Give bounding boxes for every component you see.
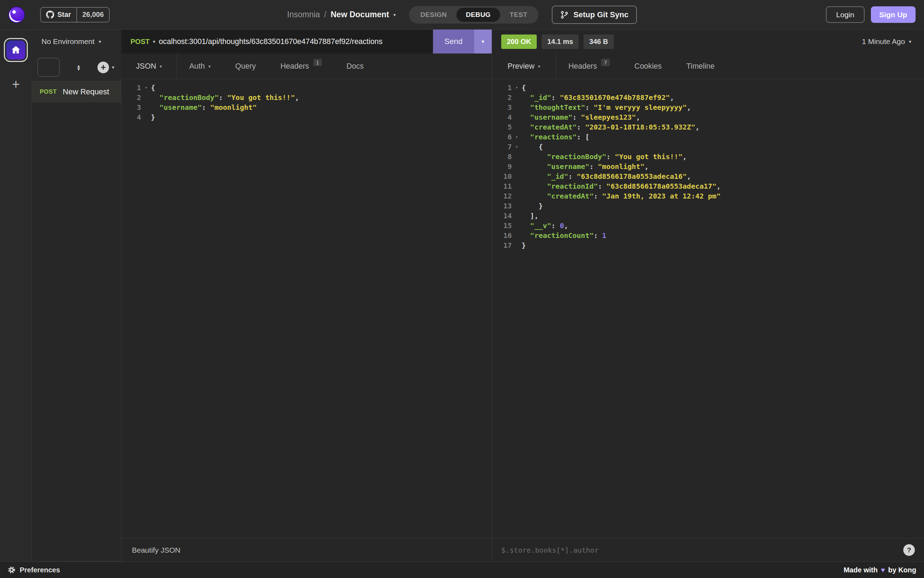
send-options-button[interactable]: ▾ — [474, 29, 492, 54]
fold-spacer — [141, 112, 151, 122]
tab-docs[interactable]: Docs — [334, 54, 376, 79]
chevron-down-icon: ▾ — [393, 12, 396, 17]
code-text: { — [522, 83, 526, 93]
top-bar: Star 26,006 Insomnia / New Document ▾ DE… — [0, 0, 924, 29]
environment-selector[interactable]: No Environment ▾ — [32, 29, 121, 54]
sort-button[interactable]: ▴ ▾ — [78, 64, 80, 70]
tab-query[interactable]: Query — [223, 54, 269, 79]
method-selector[interactable]: POST — [131, 38, 149, 46]
code-text: "createdAt": "Jan 19th, 2023 at 12:42 pm… — [522, 191, 721, 201]
code-line: 1▾{ — [492, 83, 924, 93]
made-with-kong: Made with ♥ by Kong — [843, 566, 916, 574]
tab-preview[interactable]: Preview▾ — [492, 54, 556, 79]
insomnia-logo-icon — [8, 6, 24, 23]
breadcrumb-document: New Document — [331, 10, 389, 19]
code-line[interactable]: 1▾{ — [121, 83, 492, 93]
code-line[interactable]: 2 "reactionBody": "You got this!!", — [121, 93, 492, 102]
request-filter-input[interactable] — [37, 58, 60, 77]
setup-git-sync-button[interactable]: Setup Git Sync — [552, 6, 637, 24]
url-bar: POST ▾ ocalhost:3001/api/thoughts/63c835… — [121, 29, 492, 54]
line-number: 14 — [492, 211, 512, 221]
activity-rail: + — [0, 29, 32, 562]
sidebar: No Environment ▾ ▴ ▾ + ▾ POSTNew Request — [32, 29, 121, 562]
chevron-down-icon: ▾ — [909, 39, 911, 44]
github-star-widget: Star 26,006 — [40, 7, 110, 23]
request-body-editor[interactable]: 1▾{2 "reactionBody": "You got this!!",3 … — [121, 79, 492, 538]
tab-headers[interactable]: Headers7 — [556, 54, 622, 79]
line-number: 1 — [121, 83, 141, 93]
help-icon[interactable]: ? — [903, 544, 915, 556]
status-bar: Preferences Made with ♥ by Kong — [0, 562, 924, 578]
tab-label: Headers — [280, 62, 309, 71]
tab-cookies[interactable]: Cookies — [622, 54, 674, 79]
request-name-label: New Request — [63, 87, 109, 96]
breadcrumb[interactable]: Insomnia / New Document ▾ — [287, 10, 396, 19]
code-line: 10 "_id": "63c8d8566178a0553adeca16", — [492, 171, 924, 181]
fold-caret-icon[interactable]: ▾ — [141, 83, 151, 93]
code-text: "reactionBody": "You got this!!", — [522, 152, 687, 162]
preferences-button[interactable]: Preferences — [8, 566, 60, 574]
response-filter-input[interactable] — [501, 546, 898, 554]
chevron-down-icon: ▾ — [112, 65, 114, 70]
mode-tab-debug[interactable]: DEBUG — [456, 8, 500, 22]
line-number: 8 — [492, 152, 512, 162]
github-icon — [46, 11, 54, 19]
fold-spacer — [512, 152, 522, 162]
code-text: "reactionId": "63c8d8566178a0553adeca17"… — [522, 181, 721, 191]
request-list: POSTNew Request — [32, 81, 121, 562]
signup-button[interactable]: Sign Up — [871, 6, 916, 23]
request-list-item[interactable]: POSTNew Request — [32, 81, 121, 102]
by-kong-text: by Kong — [888, 566, 916, 574]
home-icon — [11, 45, 21, 55]
line-number: 2 — [121, 93, 141, 102]
code-line[interactable]: 4} — [121, 112, 492, 122]
mode-tab-design[interactable]: DESIGN — [411, 8, 456, 22]
add-project-button[interactable]: + — [12, 78, 20, 91]
line-number: 9 — [492, 162, 512, 171]
code-line: 11 "reactionId": "63c8d8566178a0553adeca… — [492, 181, 924, 191]
code-text: { — [522, 142, 543, 152]
fold-spacer — [141, 102, 151, 112]
tab-headers[interactable]: Headers1 — [268, 54, 334, 79]
code-text: "_id": "63c8d8566178a0553adeca16", — [522, 171, 691, 181]
response-tabs: Preview▾Headers7CookiesTimeline — [492, 54, 924, 79]
fold-spacer — [512, 102, 522, 112]
fold-spacer — [512, 231, 522, 240]
tab-json[interactable]: JSON▾ — [121, 54, 177, 79]
request-panel: POST ▾ ocalhost:3001/api/thoughts/63c835… — [121, 29, 492, 562]
code-line: 8 "reactionBody": "You got this!!", — [492, 152, 924, 162]
fold-spacer — [512, 191, 522, 201]
response-history-dropdown[interactable]: 1 Minute Ago ▾ — [862, 37, 911, 46]
line-number: 4 — [492, 112, 512, 122]
code-line: 5 "createdAt": "2023-01-18T18:05:53.932Z… — [492, 122, 924, 132]
code-text: { — [151, 83, 155, 93]
code-text: "__v": 0, — [522, 221, 568, 231]
star-count[interactable]: 26,006 — [76, 8, 109, 22]
fold-caret-icon[interactable]: ▾ — [512, 142, 522, 152]
fold-caret-icon[interactable]: ▾ — [512, 132, 522, 142]
chevron-down-icon[interactable]: ▾ — [153, 39, 155, 44]
mode-tab-test[interactable]: TEST — [500, 8, 537, 22]
code-line: 17} — [492, 240, 924, 250]
github-star-button[interactable]: Star — [41, 8, 76, 22]
line-number: 5 — [492, 122, 512, 132]
home-button[interactable] — [4, 38, 28, 62]
tab-count-badge: 7 — [601, 59, 610, 66]
add-request-button[interactable]: + ▾ — [97, 62, 114, 73]
code-line[interactable]: 3 "username": "moonlight" — [121, 102, 492, 112]
send-button[interactable]: Send — [433, 29, 474, 54]
tab-auth[interactable]: Auth▾ — [177, 54, 223, 79]
tab-timeline[interactable]: Timeline — [674, 54, 727, 79]
fold-caret-icon[interactable]: ▾ — [512, 83, 522, 93]
login-button[interactable]: Login — [826, 6, 864, 23]
response-age-label: 1 Minute Ago — [862, 37, 905, 46]
tab-label: Auth — [189, 62, 205, 71]
code-text: ], — [522, 211, 539, 221]
response-size-badge: 346 B — [584, 34, 613, 49]
beautify-json-button[interactable]: Beautify JSON — [132, 546, 180, 554]
fold-spacer — [512, 122, 522, 132]
sort-down-icon: ▾ — [78, 67, 80, 70]
code-line: 15 "__v": 0, — [492, 221, 924, 231]
url-input[interactable]: ocalhost:3001/api/thoughts/63c83501670e4… — [159, 37, 433, 46]
code-text: "createdAt": "2023-01-18T18:05:53.932Z", — [522, 122, 700, 132]
